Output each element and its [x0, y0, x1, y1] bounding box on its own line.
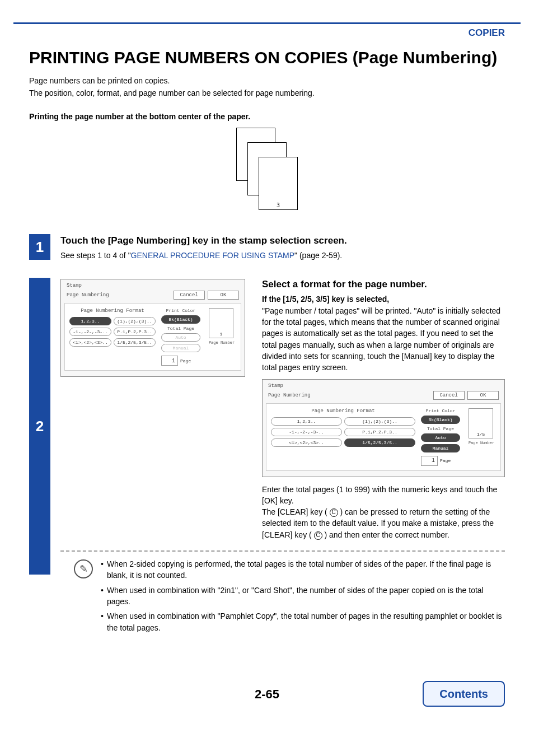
note-bullet-2: When used in combination with "2in1", or…	[107, 585, 505, 608]
tp1-format-title: Page Numbering Format	[69, 308, 156, 314]
tp2-bk-button[interactable]: Bk(Black)	[421, 416, 460, 424]
step-2-title: Select a format for the page number.	[262, 279, 505, 290]
step-2-para2a: Enter the total pages (1 to 999) with th…	[262, 484, 505, 507]
step-2-number: 2	[29, 278, 50, 575]
step-2-para2d: ) and then enter the correct number.	[324, 530, 449, 539]
tp2-format-title: Page Numbering Format	[271, 408, 415, 414]
example-subhead: Printing the page number at the bottom c…	[29, 112, 505, 121]
tp1-format-fraction[interactable]: 1/5,2/5,3/5..	[114, 338, 156, 347]
tp2-format-angle[interactable]: <1>,<2>,<3>..	[271, 438, 342, 447]
tp1-page-number-label: Page Number	[208, 340, 235, 345]
tp1-page-label: Page	[180, 358, 191, 363]
sheet-3-label: 3	[277, 202, 280, 208]
tp2-page-number-value: 1	[421, 456, 438, 466]
note-icon: ✎	[74, 559, 93, 578]
note-bullet-3: When used in combination with "Pamphlet …	[107, 610, 505, 633]
step-1-text-a: See steps 1 to 4 of "	[60, 251, 131, 260]
tp2-preview: 1/5	[469, 408, 493, 438]
contents-button[interactable]: Contents	[423, 681, 505, 707]
stacked-pages-illustration: 1 2 3	[29, 128, 505, 217]
intro-line-1: Page numbers can be printed on copies.	[29, 76, 505, 87]
section-label: COPIER	[469, 27, 505, 38]
tp1-format-123[interactable]: 1,2,3..	[69, 317, 111, 325]
tp1-total-page-label: Total Page	[161, 326, 200, 331]
step-1-number: 1	[29, 234, 50, 260]
tp2-format-p[interactable]: P.1,P.2,P.3..	[344, 428, 415, 436]
tp2-format-paren[interactable]: (1),(2),(3)..	[344, 417, 415, 426]
touch-panel-1: Stamp Page Numbering Cancel OK Page Numb…	[60, 279, 245, 377]
step-2-lead: If the [1/5, 2/5, 3/5] key is selected,	[262, 293, 505, 305]
tp2-manual-button[interactable]: Manual	[421, 444, 460, 452]
step-2-para1: "Page number / total pages" will be prin…	[262, 305, 505, 374]
note-bullet-1: When 2-sided copying is performed, the t…	[107, 558, 505, 581]
intro-line-2: The position, color, format, and page nu…	[29, 88, 505, 99]
tp1-page-number-value: 1	[161, 356, 178, 366]
tp1-bk-button[interactable]: Bk(Black)	[161, 315, 200, 324]
step-2-para2: Enter the total pages (1 to 999) with th…	[262, 484, 505, 540]
tp1-preview: 1	[209, 308, 233, 338]
tp2-ok-button[interactable]: OK	[467, 391, 499, 400]
tp2-auto-button[interactable]: Auto	[421, 433, 460, 442]
tp1-ok-button[interactable]: OK	[208, 291, 239, 300]
tp2-print-color-label: Print Color	[421, 408, 460, 413]
tp1-format-p[interactable]: P.1,P.2,P.3..	[114, 328, 156, 336]
tp2-page-label: Page	[440, 458, 451, 463]
tp1-cancel-button[interactable]: Cancel	[174, 291, 205, 300]
tp2-total-page-label: Total Page	[421, 426, 460, 431]
touch-panel-2: Stamp Page Numbering Cancel OK Page Numb…	[262, 379, 505, 477]
tp1-print-color-label: Print Color	[161, 308, 200, 313]
tp1-format-angle[interactable]: <1>,<2>,<3>..	[69, 338, 111, 347]
step-1-text: See steps 1 to 4 of "GENERAL PROCEDURE F…	[60, 250, 505, 261]
tp2-format-dash[interactable]: -1-,-2-,-3-..	[271, 428, 342, 436]
tp2-cancel-button[interactable]: Cancel	[433, 391, 465, 400]
tp2-page-numbering-label: Page Numbering	[268, 393, 311, 398]
tp1-page-numbering-label: Page Numbering	[67, 292, 109, 298]
tp1-format-paren[interactable]: (1),(2),(3)..	[114, 317, 156, 325]
stamp-procedure-link[interactable]: GENERAL PROCEDURE FOR USING STAMP	[131, 251, 294, 260]
tp2-page-number-label: Page Number	[467, 441, 494, 445]
page-number: 2-65	[119, 687, 415, 702]
tp2-format-fraction[interactable]: 1/5,2/5,3/5..	[344, 438, 415, 447]
tp1-stamp-label: Stamp	[64, 282, 241, 291]
tp1-format-dash[interactable]: -1-,-2-,-3-..	[69, 328, 111, 336]
tp2-format-123[interactable]: 1,2,3..	[271, 417, 342, 426]
page-title: PRINTING PAGE NUMBERS ON COPIES (Page Nu…	[29, 48, 505, 68]
clear-key-icon: C	[330, 508, 338, 517]
step-1-title: Touch the [Page Numbering] key in the st…	[60, 235, 505, 246]
tp1-auto-button[interactable]: Auto	[161, 333, 200, 342]
tp1-manual-button[interactable]: Manual	[161, 344, 200, 352]
clear-key-icon-2: C	[314, 531, 322, 540]
step-2-para2b: The [CLEAR] key (	[262, 507, 327, 516]
tp2-stamp-label: Stamp	[266, 382, 501, 391]
step-1-text-b: " (page 2-59).	[294, 251, 342, 260]
